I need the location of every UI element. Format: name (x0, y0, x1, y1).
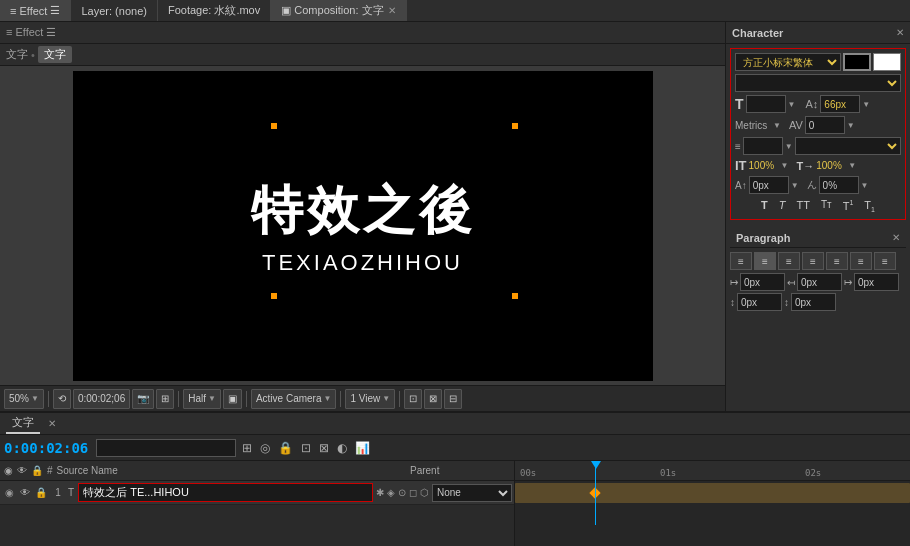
effect-bar: ≡ Effect ☰ (0, 22, 725, 44)
camera-button[interactable]: 📷 (132, 389, 154, 409)
baseline-icon: A↑ (735, 180, 747, 191)
view-select[interactable]: Active Camera ▼ (251, 389, 337, 409)
line-height-input[interactable] (820, 95, 860, 113)
graph-icon[interactable]: 📊 (353, 441, 372, 455)
collapse-icon[interactable]: ⊡ (299, 441, 313, 455)
timecode-display[interactable]: 0:00:02;06 (73, 389, 130, 409)
align-j2[interactable]: ≡ (850, 252, 872, 270)
stroke-arrow[interactable]: ▼ (785, 142, 793, 151)
font-select[interactable]: 方正小标宋繁体 (735, 53, 841, 71)
space-after-input[interactable] (791, 293, 836, 311)
baseline-input[interactable] (749, 176, 789, 194)
indent-left-input[interactable] (740, 273, 785, 291)
tab-composition[interactable]: ▣ Composition: 文字 ✕ (271, 0, 406, 21)
tsumi-arrow[interactable]: ▼ (861, 181, 869, 190)
baseline-arrow[interactable]: ▼ (791, 181, 799, 190)
style-sub[interactable]: T1 (860, 197, 879, 215)
font-size-arrow[interactable]: ▼ (788, 100, 796, 109)
parent-select[interactable]: None (432, 484, 512, 502)
effect-label: ≡ Effect ☰ (6, 26, 56, 39)
character-panel-close[interactable]: ✕ (896, 27, 904, 38)
layout-btn1[interactable]: ⊡ (404, 389, 422, 409)
indent-first-input[interactable] (854, 273, 899, 291)
layer-ctrl-5[interactable]: ⬡ (419, 487, 430, 498)
style-allcaps[interactable]: TT (793, 197, 814, 215)
layout-btn3[interactable]: ⊟ (444, 389, 462, 409)
render-options[interactable]: ▣ (223, 389, 242, 409)
tracking-input[interactable] (805, 116, 845, 134)
style-super[interactable]: T1 (839, 197, 858, 215)
tracking-method-arrow[interactable]: ▼ (773, 121, 781, 130)
zoom-control[interactable]: 50% ▼ (4, 389, 44, 409)
layer-ctrl-4[interactable]: ◻ (408, 487, 418, 498)
align-justify[interactable]: ≡ (802, 252, 824, 270)
font-size-input[interactable] (746, 95, 786, 113)
frame-blend-icon[interactable]: ⊠ (317, 441, 331, 455)
close-icon[interactable]: ✕ (388, 5, 396, 16)
align-center[interactable]: ≡ (754, 252, 776, 270)
timeline-close[interactable]: ✕ (48, 418, 56, 429)
parent-col: Parent (410, 465, 510, 476)
timeline-tab[interactable]: 文字 (6, 413, 40, 434)
space-after-icon: ↕ (784, 297, 789, 308)
tsumi-icon: ん (807, 178, 817, 192)
timeline-search[interactable] (96, 439, 236, 457)
motion-blur-icon[interactable]: ◐ (335, 441, 349, 455)
size-row: T ▼ A↕ ▼ (735, 95, 901, 113)
tab-footage[interactable]: Footage: 水紋.mov (158, 0, 271, 21)
solo-icon[interactable]: ◎ (258, 441, 272, 455)
indent-right-input[interactable] (797, 273, 842, 291)
handle-bl (271, 293, 277, 299)
text-color-swatch[interactable] (843, 53, 871, 71)
align-justify-all[interactable]: ≡ (826, 252, 848, 270)
font-style-select[interactable] (735, 74, 901, 92)
timeline-controls: 0:00:02:06 ⊞ ◎ 🔒 ⊡ ⊠ ◐ 📊 (0, 435, 910, 461)
vert-scale-arrow[interactable]: ▼ (781, 161, 789, 170)
space-before-input[interactable] (737, 293, 782, 311)
grid-button[interactable]: ⊞ (156, 389, 174, 409)
reset-button[interactable]: ⟲ (53, 389, 71, 409)
stroke-color-swatch[interactable] (873, 53, 901, 71)
layer-ctrl-1[interactable]: ✱ (375, 487, 385, 498)
timeline-timecode[interactable]: 0:00:02:06 (4, 440, 88, 456)
tracking-label: Metrics (735, 120, 771, 131)
layer-ctrl-3[interactable]: ⊙ (397, 487, 407, 498)
view-count-select[interactable]: 1 View ▼ (345, 389, 395, 409)
layer-visibility[interactable]: 👁 (18, 486, 32, 500)
layer-solo[interactable]: ◉ (2, 486, 16, 500)
tab-layer[interactable]: Layer: (none) (71, 0, 157, 21)
layer-options-icon[interactable]: ⊞ (240, 441, 254, 455)
layer-bar[interactable] (515, 483, 910, 503)
stroke-type-select[interactable] (795, 137, 901, 155)
align-right[interactable]: ≡ (778, 252, 800, 270)
align-j3[interactable]: ≡ (874, 252, 896, 270)
stroke-width-input[interactable] (743, 137, 783, 155)
layer-name[interactable]: 特效之后 TE...HIHOU (78, 483, 373, 502)
layer-ctrl-2[interactable]: ◈ (386, 487, 396, 498)
breadcrumb-current[interactable]: 文字 (38, 46, 72, 63)
timeline-right: 00s 01s 02s (515, 461, 910, 546)
handle-tl (271, 123, 277, 129)
indent-row-2: ↕ ↕ (730, 293, 906, 311)
quality-select[interactable]: Half ▼ (183, 389, 221, 409)
layout-btn2[interactable]: ⊠ (424, 389, 442, 409)
alignment-row: ≡ ≡ ≡ ≡ ≡ ≡ ≡ (730, 252, 906, 270)
line-height-arrow[interactable]: ▼ (862, 100, 870, 109)
col-icon-1: ◉ (4, 465, 13, 476)
horiz-scale-arrow[interactable]: ▼ (848, 161, 856, 170)
tracking-arrow[interactable]: ▼ (847, 121, 855, 130)
style-italic[interactable]: T (775, 197, 790, 215)
align-left[interactable]: ≡ (730, 252, 752, 270)
tsumi-input[interactable] (819, 176, 859, 194)
character-content: 方正小标宋繁体 T ▼ A↕ ▼ (730, 48, 906, 220)
paragraph-panel-close[interactable]: ✕ (892, 232, 900, 243)
style-bold[interactable]: T (757, 197, 772, 215)
indent-first-icon: ↦ (844, 277, 852, 288)
style-smallcaps[interactable]: Tт (817, 197, 836, 215)
timeline-header: 文字 ✕ (0, 413, 910, 435)
layer-lock[interactable]: 🔒 (34, 486, 48, 500)
zoom-arrow: ▼ (31, 394, 39, 403)
tab-effect[interactable]: ≡ Effect ☰ (0, 0, 71, 21)
paragraph-panel-header: Paragraph ✕ (730, 228, 906, 248)
lock-icon[interactable]: 🔒 (276, 441, 295, 455)
